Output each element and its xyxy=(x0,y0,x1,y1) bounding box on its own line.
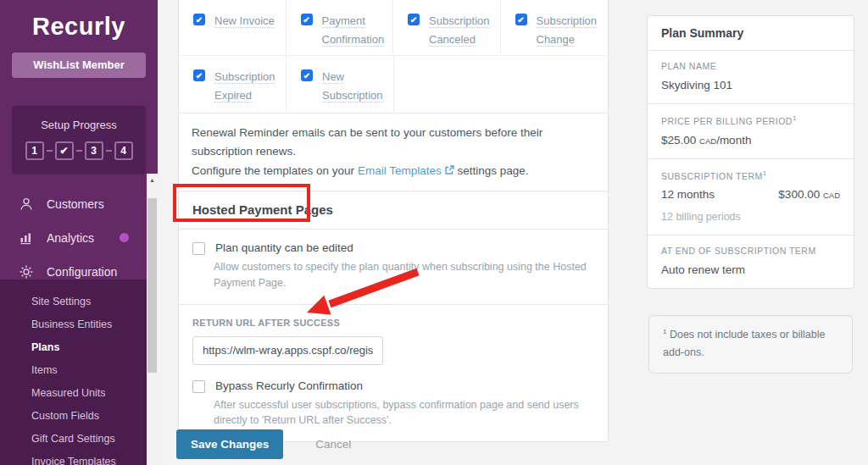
email-templates-link[interactable]: Email Templates xyxy=(358,164,442,177)
sidebar-item-site-settings[interactable]: Site Settings xyxy=(0,290,158,313)
step-connector xyxy=(47,150,53,152)
checkbox-label: Subscription Change xyxy=(537,14,598,47)
sidebar-item-analytics[interactable]: Analytics xyxy=(0,221,158,255)
hosted-payment-pages-header: Hosted Payment Pages xyxy=(179,191,608,230)
email-notifications-card: ✔ New Invoice ✔ Payment Confirmation ✔ S… xyxy=(178,0,609,196)
notification-option-subscription-change[interactable]: ✔ Subscription Change xyxy=(501,0,609,55)
bypass-help-text: After successful user subscriptions, byp… xyxy=(214,397,587,429)
setup-progress-title: Setup Progress xyxy=(12,119,146,131)
checkbox-payment-confirmation[interactable]: ✔ xyxy=(301,14,313,25)
setup-step-4[interactable]: 4 xyxy=(114,141,133,160)
checkbox-label: Subscription Expired xyxy=(214,70,275,102)
bypass-confirmation-option[interactable]: Bypass Recurly Confirmation xyxy=(192,379,594,393)
sidebar-item-label: Analytics xyxy=(47,231,94,245)
footnote-text: Does not include taxes or billable add-o… xyxy=(663,329,825,358)
notification-option-payment-confirmation[interactable]: ✔ Payment Confirmation xyxy=(287,0,394,55)
sidebar-item-customers[interactable]: Customers xyxy=(0,187,158,221)
return-url-input[interactable] xyxy=(192,336,383,365)
notification-option-subscription-canceled[interactable]: ✔ Subscription Canceled xyxy=(393,0,501,55)
sidebar-item-custom-fields[interactable]: Custom Fields xyxy=(0,404,158,427)
notification-option-new-invoice[interactable]: ✔ New Invoice xyxy=(179,0,287,55)
checkbox-subscription-expired[interactable]: ✔ xyxy=(193,69,205,81)
checkbox-label: New Invoice xyxy=(214,14,275,28)
checkbox-new-subscription[interactable]: ✔ xyxy=(301,69,313,81)
renewal-text-line1: Renewal Reminder emails can be sent to y… xyxy=(192,126,542,158)
price-label: PRICE PER BILLING PERIOD xyxy=(661,116,793,126)
external-link-icon xyxy=(444,163,454,181)
price-currency: CAD xyxy=(699,136,716,146)
recurly-logo: Recurly xyxy=(0,0,158,41)
checkbox-label: New Subscription xyxy=(322,70,383,102)
sidebar-item-gift-card-settings[interactable]: Gift Card Settings xyxy=(0,427,158,450)
return-url-label: RETURN URL AFTER SUCCESS xyxy=(192,318,594,328)
save-button[interactable]: Save Changes xyxy=(176,429,283,459)
workspace-button[interactable]: WishList Member xyxy=(12,53,146,78)
scrollbar-thumb[interactable] xyxy=(147,198,157,373)
term-duration: 12 months xyxy=(661,188,715,201)
setup-step-2-check[interactable]: ✔ xyxy=(55,141,74,160)
notification-option-subscription-expired[interactable]: ✔ Subscription Expired xyxy=(179,56,287,113)
footnote-marker: 1 xyxy=(763,169,767,177)
notifications-row-1: ✔ New Invoice ✔ Payment Confirmation ✔ S… xyxy=(179,0,608,56)
checkbox-subscription-change[interactable]: ✔ xyxy=(515,14,527,25)
term-currency: CAD xyxy=(823,191,840,200)
renewal-text-line2: Configure the templates on your xyxy=(192,164,358,177)
subscription-term-section: SUBSCRIPTION TERM1 12 months $300.00 CAD… xyxy=(648,159,854,236)
empty-cell xyxy=(394,56,608,113)
main-content: ✔ New Invoice ✔ Payment Confirmation ✔ S… xyxy=(158,0,868,465)
scrollbar-up-arrow-icon[interactable]: ▲ xyxy=(147,174,158,187)
checkbox-plan-quantity[interactable] xyxy=(192,242,205,255)
sidebar-scrollbar: ▲ xyxy=(147,174,158,465)
renewal-reminder-note: Renewal Reminder emails can be sent to y… xyxy=(179,113,608,195)
setup-progress-steps: 1 ✔ 3 4 xyxy=(12,141,146,160)
sidebar-item-business-entities[interactable]: Business Entities xyxy=(0,313,158,335)
end-of-term-section: AT END OF SUBSCRIPTION TERM Auto renew t… xyxy=(648,235,854,288)
sidebar: Recurly WishList Member Setup Progress 1… xyxy=(0,0,158,465)
sidebar-item-label: Configuration xyxy=(47,265,117,279)
bar-chart-icon xyxy=(19,230,34,246)
term-amount: $300.00 xyxy=(778,188,820,201)
checkbox-label: Plan quantity can be edited xyxy=(215,241,353,254)
plan-quantity-option[interactable]: Plan quantity can be edited xyxy=(192,241,594,255)
setup-progress-panel: Setup Progress 1 ✔ 3 4 xyxy=(12,106,146,174)
end-of-term-value: Auto renew term xyxy=(661,263,840,276)
hosted-payment-pages-card: Hosted Payment Pages Plan quantity can b… xyxy=(178,191,609,442)
plan-name-label: PLAN NAME xyxy=(661,61,840,71)
checkbox-label: Bypass Recurly Confirmation xyxy=(215,379,363,392)
checkbox-label: Subscription Canceled xyxy=(429,14,490,47)
term-label: SUBSCRIPTION TERM xyxy=(661,170,763,180)
end-of-term-label: AT END OF SUBSCRIPTION TERM xyxy=(661,246,840,256)
footnote-marker: 1 xyxy=(793,114,797,122)
checkbox-subscription-canceled[interactable]: ✔ xyxy=(408,14,420,25)
gear-icon xyxy=(19,264,34,280)
setup-step-1[interactable]: 1 xyxy=(25,141,44,160)
sidebar-item-plans[interactable]: Plans xyxy=(0,335,158,358)
cancel-button[interactable]: Cancel xyxy=(315,438,351,451)
sidebar-item-invoice-templates[interactable]: Invoice Templates xyxy=(0,450,158,465)
sidebar-nav: Customers Analytics Configuration xyxy=(0,187,158,289)
notifications-row-2: ✔ Subscription Expired ✔ New Subscriptio… xyxy=(179,56,608,113)
renewal-text-suffix: settings page. xyxy=(454,164,529,177)
plan-summary-panel: Plan Summary PLAN NAME Skydiving 101 PRI… xyxy=(647,15,854,289)
billing-periods-note: 12 billing periods xyxy=(661,211,840,223)
plan-quantity-section: Plan quantity can be edited Allow custom… xyxy=(179,230,608,305)
configuration-submenu: Site Settings Business Entities Plans It… xyxy=(0,280,158,465)
setup-step-3[interactable]: 3 xyxy=(85,141,103,160)
section-title: Hosted Payment Pages xyxy=(192,202,333,217)
plan-name-section: PLAN NAME Skydiving 101 xyxy=(648,51,854,104)
step-connector xyxy=(76,150,82,152)
plan-quantity-help-text: Allow customers to specify the plan quan… xyxy=(214,259,594,291)
checkbox-label: Payment Confirmation xyxy=(322,14,385,47)
plan-summary-title: Plan Summary xyxy=(648,16,854,51)
notification-option-new-subscription[interactable]: ✔ New Subscription xyxy=(287,56,394,113)
form-actions: Save Changes Cancel xyxy=(176,429,351,459)
checkbox-new-invoice[interactable]: ✔ xyxy=(193,14,205,25)
analytics-notification-dot xyxy=(120,233,129,242)
sidebar-item-items[interactable]: Items xyxy=(0,358,158,381)
sidebar-item-label: Customers xyxy=(47,197,104,211)
plan-name-value: Skydiving 101 xyxy=(661,79,840,91)
sidebar-item-measured-units[interactable]: Measured Units xyxy=(0,381,158,404)
checkbox-bypass-confirmation[interactable] xyxy=(192,380,205,393)
price-section: PRICE PER BILLING PERIOD1 $25.00 CAD/mon… xyxy=(648,104,854,159)
footnote-card: 1 Does not include taxes or billable add… xyxy=(648,315,853,374)
